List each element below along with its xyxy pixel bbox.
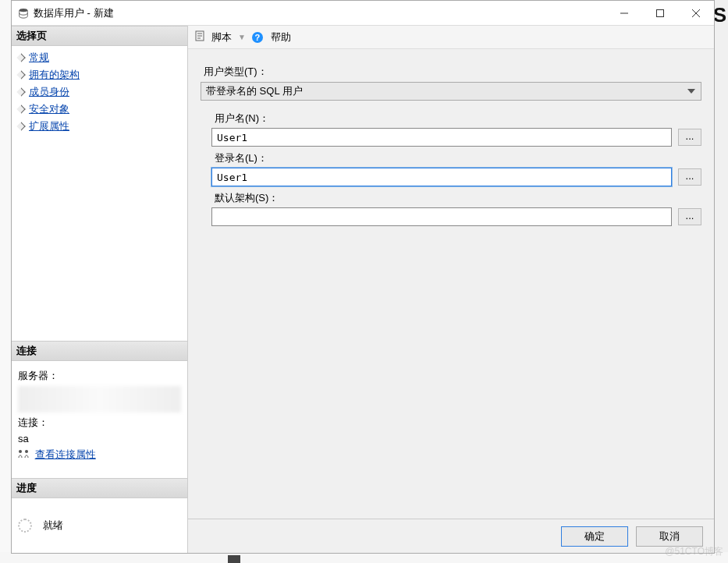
- nav-item-securables[interactable]: 安全对象: [12, 101, 187, 118]
- toolbar: 脚本 ▼ ? 帮助: [188, 26, 714, 49]
- dialog-window: 数据库用户 - 新建 选择页 常规 拥有的架构 成员身份 安全对象 扩展属性 连…: [11, 0, 715, 554]
- nav-item-general[interactable]: 常规: [12, 49, 187, 66]
- schema-label: 默认架构(S)：: [215, 191, 701, 205]
- nav-fill: [12, 138, 187, 341]
- connection-info: 服务器： 连接： sa 查看连接属性: [12, 361, 187, 478]
- username-browse-button[interactable]: ...: [678, 129, 701, 146]
- help-button-label[interactable]: 帮助: [271, 30, 291, 44]
- svg-rect-2: [657, 9, 664, 16]
- connection-value: sa: [18, 433, 181, 444]
- watermark-text: @51CTO博客: [665, 545, 723, 558]
- nav-item-extended-props[interactable]: 扩展属性: [12, 118, 187, 135]
- user-type-label: 用户类型(T)：: [204, 65, 701, 79]
- nav-item-membership[interactable]: 成员身份: [12, 83, 187, 101]
- select-page-header: 选择页: [12, 26, 187, 46]
- connection-label: 连接：: [18, 416, 181, 430]
- background-strip: [0, 552, 728, 563]
- titlebar: 数据库用户 - 新建: [12, 1, 714, 26]
- svg-point-6: [25, 450, 28, 453]
- progress-spinner-icon: [18, 519, 32, 533]
- svg-point-0: [20, 8, 28, 11]
- chevron-down-icon[interactable]: ▼: [238, 33, 246, 41]
- left-panel: 选择页 常规 拥有的架构 成员身份 安全对象 扩展属性 连接 服务器： 连接： …: [12, 26, 188, 553]
- form-area: 用户类型(T)： 带登录名的 SQL 用户 用户名(N)： ... 登录名(L)…: [188, 49, 714, 519]
- server-value-redacted: [18, 386, 181, 413]
- background-letter: S: [713, 3, 726, 27]
- login-browse-button[interactable]: ...: [678, 168, 701, 186]
- schema-input[interactable]: [211, 207, 672, 226]
- right-panel: 脚本 ▼ ? 帮助 用户类型(T)： 带登录名的 SQL 用户 用户名(N)：: [188, 26, 714, 553]
- page-nav-list: 常规 拥有的架构 成员身份 安全对象 扩展属性: [12, 46, 187, 138]
- database-icon: [18, 8, 29, 19]
- chevron-down-icon: [685, 85, 698, 97]
- outer-edge: [0, 0, 11, 563]
- login-label: 登录名(L)：: [215, 151, 701, 165]
- close-button[interactable]: [678, 2, 714, 25]
- username-label: 用户名(N)：: [215, 112, 701, 126]
- script-button-label[interactable]: 脚本: [211, 30, 232, 44]
- schema-browse-button[interactable]: ...: [678, 208, 701, 225]
- svg-point-5: [19, 450, 22, 453]
- ok-button[interactable]: 确定: [561, 526, 628, 547]
- connection-header: 连接: [12, 341, 187, 361]
- progress-box: 就绪: [12, 498, 187, 553]
- server-label: 服务器：: [18, 369, 181, 383]
- dialog-button-bar: 确定 取消: [188, 519, 714, 553]
- view-connection-props-link[interactable]: 查看连接属性: [35, 448, 96, 460]
- login-input[interactable]: [211, 168, 672, 186]
- script-icon: [194, 30, 205, 44]
- connection-props-icon: [18, 449, 29, 461]
- window-title: 数据库用户 - 新建: [34, 6, 114, 20]
- user-type-value: 带登录名的 SQL 用户: [206, 85, 303, 97]
- help-icon: ?: [252, 32, 263, 43]
- minimize-button[interactable]: [606, 2, 642, 25]
- maximize-button[interactable]: [642, 2, 678, 25]
- cancel-button[interactable]: 取消: [636, 526, 703, 547]
- progress-header: 进度: [12, 478, 187, 498]
- user-type-select[interactable]: 带登录名的 SQL 用户: [201, 82, 701, 101]
- username-input[interactable]: [211, 128, 672, 147]
- nav-item-owned-schemas[interactable]: 拥有的架构: [12, 66, 187, 83]
- progress-status-text: 就绪: [43, 519, 63, 533]
